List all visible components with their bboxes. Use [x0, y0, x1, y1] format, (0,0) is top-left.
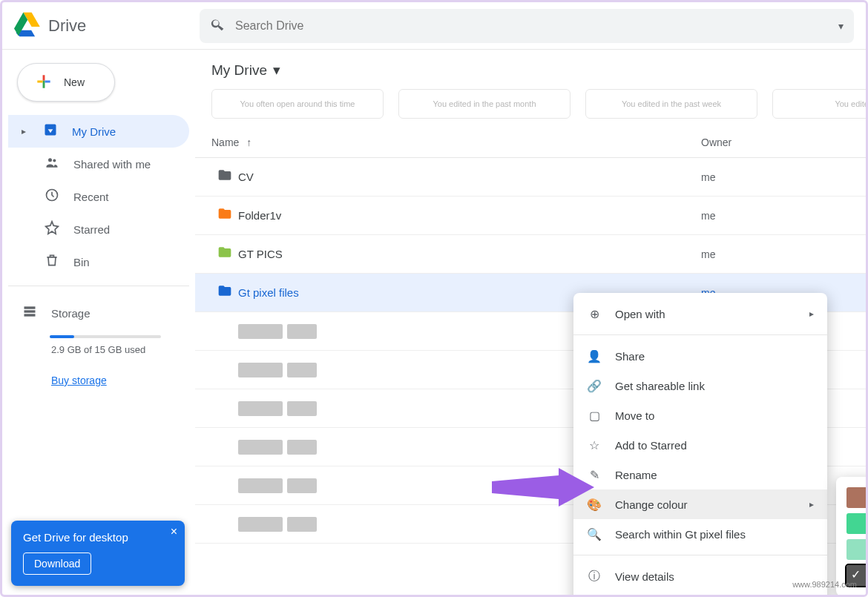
shared-icon [44, 155, 60, 174]
sidebar: New ▸My DriveShared with meRecentStarred… [2, 50, 195, 595]
color-swatch[interactable] [846, 487, 867, 508]
search-input[interactable] [235, 19, 828, 33]
sidebar-item-shared[interactable]: Shared with me [8, 148, 189, 180]
menu-item-label: Share [615, 350, 645, 363]
menu-item-label: Get shareable link [615, 380, 705, 392]
watermark: www.989214.com [792, 580, 857, 589]
menu-item-label: Open with [615, 308, 665, 320]
column-name[interactable]: Name [211, 136, 239, 148]
sidebar-item-label: Starred [73, 223, 110, 236]
file-owner: me [701, 171, 849, 183]
dropdown-icon: ▾ [273, 62, 280, 79]
bin-icon [44, 253, 60, 271]
chevron-right-icon: ▸ [22, 126, 26, 136]
new-label: New [64, 76, 85, 88]
mydrive-icon [42, 122, 59, 141]
menu-item-label: Rename [615, 469, 657, 481]
file-name: CV [238, 171, 701, 183]
info-icon: ⓘ [587, 569, 602, 584]
table-row[interactable]: GT PICSme [195, 235, 866, 274]
sidebar-item-label: My Drive [72, 125, 116, 138]
sidebar-item-recent[interactable]: Recent [8, 180, 189, 213]
sidebar-item-bin[interactable]: Bin [8, 245, 189, 278]
sort-arrow-icon[interactable]: ↑ [246, 136, 251, 148]
folder-icon [211, 245, 238, 263]
breadcrumb[interactable]: My Drive ▾ [195, 56, 866, 89]
table-header: Name ↑ Owner [195, 126, 866, 158]
plus-icon [34, 72, 53, 93]
menu-item-info[interactable]: ⓘView details [573, 561, 827, 591]
svg-rect-3 [24, 306, 36, 309]
svg-marker-6 [492, 468, 594, 507]
file-name: GT PICS [238, 248, 701, 260]
color-swatch[interactable] [846, 513, 867, 534]
menu-item-label: Search within Gt pixel files [615, 528, 746, 541]
header: Drive ▾ [2, 2, 866, 50]
suggested-card[interactable]: You often open around this time [211, 89, 384, 119]
menu-item-download[interactable]: ⤓Download [573, 591, 827, 597]
menu-item-link[interactable]: 🔗Get shareable link [573, 371, 827, 400]
move-icon: ▢ [587, 409, 602, 423]
table-row[interactable]: Folder1vme [195, 197, 866, 235]
search-bar[interactable]: ▾ [200, 9, 854, 43]
svg-rect-5 [24, 314, 36, 316]
search-icon [210, 17, 225, 34]
sidebar-item-label: Recent [73, 191, 109, 203]
suggested-card[interactable]: You edited in the past month [398, 89, 571, 119]
annotation-arrow [492, 465, 596, 509]
menu-item-star[interactable]: ☆Add to Starred [573, 430, 827, 460]
color-palette [836, 477, 868, 596]
storage-label: Storage [51, 307, 91, 320]
share-icon: 👤 [587, 349, 602, 363]
search-icon: 🔍 [587, 527, 602, 541]
file-owner: me [701, 210, 849, 222]
sidebar-item-label: Bin [73, 256, 90, 268]
buy-storage-link[interactable]: Buy storage [51, 375, 189, 386]
new-button[interactable]: New [17, 63, 115, 102]
menu-item-palette[interactable]: 🎨Change colour▸ [573, 489, 827, 519]
logo-area: Drive [14, 11, 200, 40]
drive-logo-icon [14, 11, 41, 40]
sidebar-item-storage[interactable]: Storage [8, 297, 189, 329]
menu-item-open[interactable]: ⊕Open with▸ [573, 299, 827, 329]
search-options-icon[interactable]: ▾ [838, 20, 844, 32]
menu-item-label: Move to [615, 409, 654, 422]
menu-item-search[interactable]: 🔍Search within Gt pixel files [573, 519, 827, 549]
svg-point-1 [53, 159, 56, 162]
recent-icon [44, 188, 60, 206]
column-owner[interactable]: Owner [701, 136, 849, 148]
starred-icon [44, 220, 60, 239]
suggested-cards: You often open around this timeYou edite… [195, 89, 866, 126]
menu-item-share[interactable]: 👤Share [573, 341, 827, 371]
menu-item-label: Add to Starred [615, 439, 687, 452]
svg-point-0 [48, 158, 52, 162]
storage-icon [22, 304, 38, 323]
folder-icon [211, 206, 238, 225]
link-icon: 🔗 [587, 379, 602, 393]
sidebar-item-label: Shared with me [73, 158, 151, 171]
context-menu: ⊕Open with▸👤Share🔗Get shareable link▢Mov… [573, 293, 827, 597]
app-name: Drive [48, 16, 86, 36]
storage-used-text: 2.9 GB of 15 GB used [51, 344, 189, 355]
sidebar-item-mydrive[interactable]: ▸My Drive [8, 115, 189, 148]
table-row[interactable]: CVme [195, 158, 866, 197]
desktop-promo: × Get Drive for desktop Download [11, 521, 185, 586]
content-area: My Drive ▾ You often open around this ti… [195, 50, 866, 595]
suggested-card[interactable]: You edited in the past week [585, 89, 757, 119]
menu-item-rename[interactable]: ✎Rename [573, 460, 827, 489]
chevron-right-icon: ▸ [809, 309, 814, 319]
file-owner: me [701, 248, 849, 260]
suggested-card[interactable]: You edited in [772, 89, 866, 119]
sidebar-item-starred[interactable]: Starred [8, 213, 189, 245]
storage-meter: 2.9 GB of 15 GB used Buy storage [8, 335, 189, 386]
close-icon[interactable]: × [171, 525, 177, 538]
folder-icon [211, 168, 238, 186]
menu-item-label: View details [615, 570, 674, 583]
chevron-right-icon: ▸ [809, 499, 814, 509]
folder-icon [211, 283, 238, 302]
promo-title: Get Drive for desktop [23, 531, 173, 544]
menu-item-move[interactable]: ▢Move to [573, 400, 827, 430]
color-swatch[interactable] [846, 539, 867, 560]
promo-download-button[interactable]: Download [23, 553, 91, 575]
star-icon: ☆ [587, 438, 602, 452]
